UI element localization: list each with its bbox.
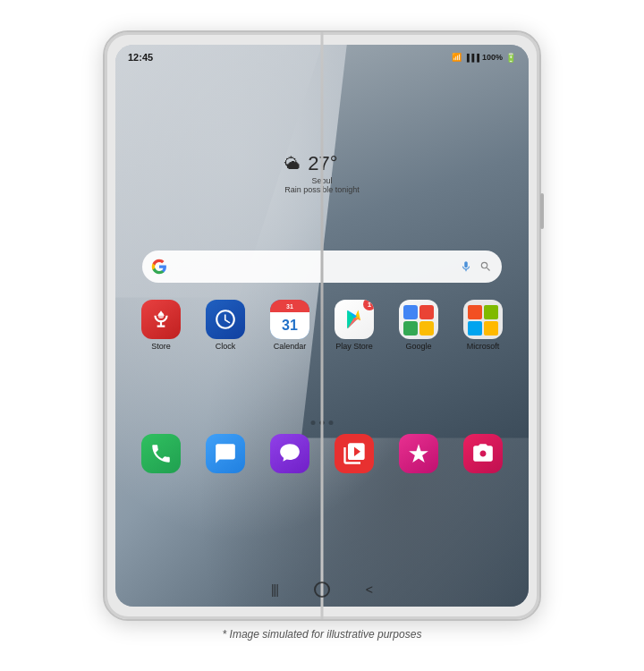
messages-icon: [206, 434, 245, 473]
battery-text: 100%: [482, 53, 503, 62]
wifi-icon: 📶: [452, 53, 462, 62]
phone-icon: [141, 434, 181, 473]
signal-icon: ▐▐▐: [464, 54, 479, 62]
side-button: [540, 193, 544, 229]
app-item-playstore[interactable]: 1 Play Store: [326, 300, 383, 352]
google-label: Google: [405, 342, 431, 352]
caption: * Image simulated for illustrative purpo…: [223, 628, 422, 641]
app-item-calendar[interactable]: 31 31 Calendar: [261, 300, 318, 352]
clock-label: Clock: [216, 342, 236, 352]
google-icon: [399, 300, 438, 339]
app-item-clock[interactable]: Clock: [197, 300, 254, 352]
search-mic-icon[interactable]: [459, 259, 473, 274]
page-wrapper: 12:45 📶 ▐▐▐ 100% 🔋 🌥 27° Seoul Rain poss…: [0, 0, 644, 671]
store-label: Store: [151, 342, 171, 352]
app-item-youtubetv[interactable]: [326, 434, 383, 473]
status-time: 12:45: [128, 52, 153, 63]
dot-3: [329, 420, 334, 425]
nav-back-icon[interactable]: <: [366, 582, 373, 597]
calendar-label: Calendar: [274, 342, 307, 352]
app-item-messages[interactable]: [197, 434, 254, 473]
dot-1: [311, 420, 316, 425]
youtubetv-icon: [335, 434, 374, 473]
samsung-msg-icon: [270, 434, 309, 473]
microsoft-label: Microsoft: [467, 342, 500, 352]
playstore-icon: 1: [335, 300, 374, 339]
nav-bar: ||| <: [115, 582, 529, 598]
status-bar: 12:45 📶 ▐▐▐ 100% 🔋: [115, 45, 529, 70]
app-item-astro[interactable]: [390, 434, 447, 473]
search-lens-icon[interactable]: [479, 259, 493, 274]
google-g-icon: [151, 259, 167, 275]
astro-icon: [399, 434, 438, 473]
phone-device: 12:45 📶 ▐▐▐ 100% 🔋 🌥 27° Seoul Rain poss…: [103, 30, 541, 621]
nav-recents-icon[interactable]: |||: [271, 582, 278, 597]
nav-home-icon[interactable]: [314, 582, 330, 598]
store-icon: [141, 300, 181, 339]
status-icons: 📶 ▐▐▐ 100% 🔋: [452, 53, 516, 63]
app-item-samsung-msg[interactable]: [261, 434, 318, 473]
playstore-badge: 1: [363, 300, 374, 310]
battery-icon: 🔋: [505, 53, 516, 63]
app-item-phone[interactable]: [132, 434, 190, 473]
app-item-google[interactable]: Google: [390, 300, 447, 352]
app-item-microsoft[interactable]: Microsoft: [454, 300, 512, 352]
camera-icon: [463, 434, 503, 473]
svg-point-0: [158, 312, 165, 319]
playstore-label: Play Store: [335, 342, 373, 352]
weather-cloud-icon: 🌥: [284, 155, 301, 174]
microsoft-icon: [463, 300, 503, 339]
app-item-store[interactable]: Store: [132, 300, 190, 352]
calendar-icon: 31 31: [270, 300, 309, 339]
app-item-camera[interactable]: [454, 434, 512, 473]
hinge-line: [321, 32, 324, 619]
clock-icon: [206, 300, 245, 339]
